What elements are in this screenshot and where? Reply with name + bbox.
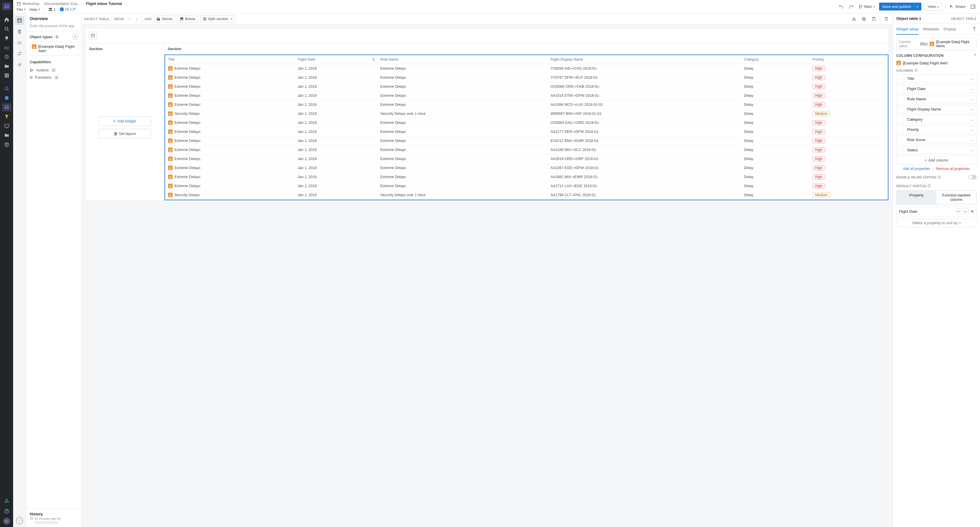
- table-row[interactable]: △Extreme Delays:Jan 1, 2018Extreme Delay…: [165, 73, 888, 82]
- breadcrumb-docs[interactable]: Documentation Exa…: [45, 2, 81, 6]
- add-widget-button[interactable]: +Add widget: [99, 116, 151, 126]
- chevron-down-icon[interactable]: ⌄: [970, 97, 974, 101]
- chevron-down-icon[interactable]: ⌄: [970, 76, 974, 81]
- column-item[interactable]: ⋮⋮Flight Display Name⌄: [896, 105, 977, 113]
- version-badge[interactable]: ✓v0.1.0*: [60, 7, 76, 11]
- purpose-placeholder[interactable]: Enter the purpose of the app: [26, 24, 81, 31]
- rail-search-icon[interactable]: [2, 25, 11, 33]
- chevron-down-icon[interactable]: ⌄: [970, 117, 974, 122]
- column-item[interactable]: ⋮⋮Risk Score⌄: [896, 135, 977, 144]
- breadcrumb-current[interactable]: Flight Inbox Tutorial: [86, 2, 122, 6]
- set-layout-button[interactable]: Set layout: [99, 129, 151, 138]
- rail-bell-icon[interactable]: [2, 34, 11, 42]
- sidepanel-transfer-icon[interactable]: [15, 49, 24, 58]
- table-row[interactable]: △Extreme Delays:Jan 1, 2018Extreme Delay…: [165, 137, 888, 146]
- table-row[interactable]: △Extreme Delays:Jan 1, 2018Extreme Delay…: [165, 182, 888, 190]
- table-row[interactable]: △Extreme Delays:Jan 1, 2018Extreme Delay…: [165, 91, 888, 100]
- table-row[interactable]: △Extreme Delays:Jan 1, 2018Extreme Delay…: [165, 154, 888, 163]
- drag-handle-icon[interactable]: ⋮⋮: [899, 117, 905, 121]
- history-footer[interactable]: History 21 minutes ago by: [26, 509, 81, 527]
- branch-icon[interactable]: Main ▾: [858, 3, 876, 10]
- breadcrumb-workshop[interactable]: Workshop: [22, 2, 40, 6]
- paste-button[interactable]: [870, 16, 878, 22]
- table-row[interactable]: △Extreme Delays:Jan 1, 2018Extreme Delay…: [165, 64, 888, 73]
- column-item[interactable]: ⋮⋮Flight Date⌄: [896, 84, 977, 93]
- sidepanel-settings-icon[interactable]: [15, 60, 24, 69]
- rail-filter-icon[interactable]: [2, 113, 11, 121]
- seg-function[interactable]: Function-backed column: [937, 190, 977, 204]
- tab-widget-setup[interactable]: Widget setup: [896, 24, 918, 35]
- chevron-down-icon[interactable]: ⌄: [970, 107, 974, 111]
- table-row[interactable]: △Security DelaysJan 1, 2018Security Dela…: [165, 190, 888, 200]
- copy-button[interactable]: [860, 16, 868, 22]
- column-item[interactable]: ⋮⋮Rule Name⌄: [896, 95, 977, 103]
- chevron-down-icon[interactable]: ⌄: [970, 87, 974, 91]
- sidepanel-layers-icon[interactable]: [15, 27, 24, 36]
- share-button[interactable]: Share: [948, 3, 967, 10]
- drag-handle-icon[interactable]: ⋮⋮: [899, 97, 905, 101]
- save-publish-button[interactable]: Save and publish▾: [879, 3, 922, 11]
- table-row[interactable]: △Extreme Delays:Jan 1, 2018Extreme Delay…: [165, 82, 888, 91]
- drag-handle-icon[interactable]: ⋮⋮: [899, 148, 905, 152]
- menu-file[interactable]: File ▾: [17, 7, 25, 12]
- star-icon[interactable]: ☆: [125, 2, 128, 6]
- rail-home-icon[interactable]: [2, 16, 11, 24]
- table-row[interactable]: △Extreme Delays:Jan 1, 2018Extreme Delay…: [165, 163, 888, 173]
- actions-item[interactable]: Actions 0: [26, 67, 81, 74]
- rail-workshop-icon[interactable]: [2, 2, 11, 11]
- add-below-button[interactable]: Below: [177, 15, 198, 22]
- column-config-header[interactable]: COLUMN CONFIGURATION ⌃: [896, 54, 977, 58]
- column-item[interactable]: ⋮⋮Priority⌄: [896, 125, 977, 134]
- inline-editing-toggle[interactable]: [968, 175, 977, 179]
- panel-toggle-icon[interactable]: [969, 3, 977, 10]
- rail-triangle-icon[interactable]: [2, 497, 11, 505]
- drag-handle-icon[interactable]: ⋮⋮: [899, 87, 905, 90]
- rail-box-icon[interactable]: [2, 140, 11, 149]
- add-all-properties-link[interactable]: Add all properties: [903, 167, 930, 171]
- rail-variable-icon[interactable]: (x): [2, 43, 11, 52]
- table-row[interactable]: △Extreme Delays:Jan 1, 2018Extreme Delay…: [165, 127, 888, 137]
- drag-handle-icon[interactable]: ⋮⋮: [899, 77, 905, 81]
- delete-button[interactable]: [883, 16, 890, 22]
- table-header-flight_date[interactable]: Flight Date⇅: [294, 55, 377, 64]
- move-up-button[interactable]: ↑: [127, 16, 132, 22]
- rail-folder2-icon[interactable]: [2, 131, 11, 139]
- sort-asc-button[interactable]: ≡↑: [956, 209, 962, 214]
- table-row[interactable]: △Extreme Delays:Jan 1, 2018Extreme Delay…: [165, 118, 888, 127]
- remove-all-properties-link[interactable]: Remove all properties: [935, 167, 970, 171]
- object-table-widget[interactable]: TitleFlight Date⇅Rule NameFlight Display…: [164, 54, 888, 200]
- menu-help[interactable]: Help ▾: [29, 7, 40, 12]
- drag-handle-icon[interactable]: ⋮⋮: [899, 107, 905, 111]
- add-above-button[interactable]: Above: [154, 15, 175, 22]
- undo-icon[interactable]: [838, 3, 845, 10]
- table-header-flight_display[interactable]: Flight Display Name: [547, 55, 741, 64]
- split-section-button[interactable]: Split section ▾: [200, 15, 235, 22]
- remove-sort-button[interactable]: ✕: [970, 209, 974, 214]
- seg-property[interactable]: Property: [897, 190, 937, 204]
- table-header-category[interactable]: Category: [741, 55, 810, 64]
- object-type-item[interactable]: △ [Example Data] Flight Alert: [29, 42, 78, 56]
- column-item[interactable]: ⋮⋮Status⌄: [896, 146, 977, 154]
- chevron-down-icon[interactable]: ⌄: [970, 138, 974, 142]
- table-header-title[interactable]: Title: [165, 55, 294, 64]
- cut-button[interactable]: [850, 16, 858, 22]
- docs-icon[interactable]: [972, 24, 977, 35]
- rail-help-icon[interactable]: [2, 507, 11, 515]
- page-icon[interactable]: [89, 32, 97, 39]
- rail-monitor-icon[interactable]: [2, 122, 11, 130]
- menu-users[interactable]: 1: [48, 7, 56, 12]
- add-column-button[interactable]: +Add column: [896, 156, 977, 164]
- table-row[interactable]: △Extreme Delays:Jan 1, 2018Extreme Delay…: [165, 173, 888, 182]
- column-item[interactable]: ⋮⋮Title⌄: [896, 74, 977, 83]
- rail-apps-icon[interactable]: [2, 71, 11, 79]
- move-down-button[interactable]: ↓: [134, 16, 140, 22]
- rail-clock-icon[interactable]: [2, 53, 11, 61]
- rail-search2-icon[interactable]: [2, 84, 11, 93]
- view-button[interactable]: View ▸: [924, 3, 942, 11]
- select-sort-property-button[interactable]: Select a property to sort by ▾: [896, 219, 977, 227]
- drag-handle-icon[interactable]: ⋮⋮: [899, 128, 905, 132]
- column-item[interactable]: ⋮⋮Category⌄: [896, 115, 977, 124]
- sort-icon[interactable]: ⇅: [372, 57, 375, 62]
- table-header-priority[interactable]: Priority: [810, 55, 888, 64]
- add-object-type-button[interactable]: +: [73, 34, 78, 39]
